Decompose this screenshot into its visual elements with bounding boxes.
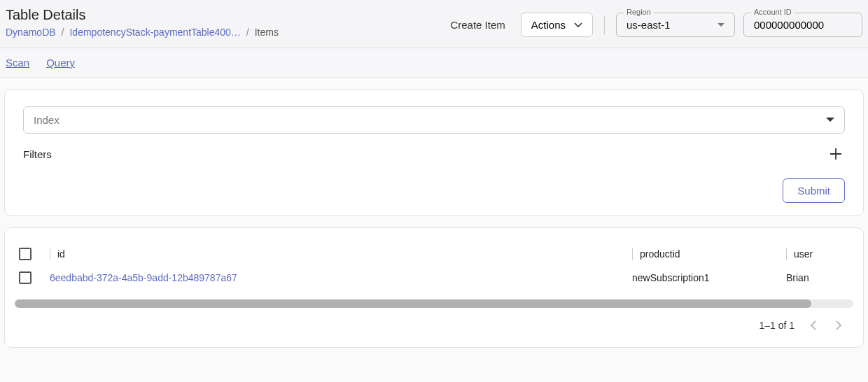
tab-query[interactable]: Query <box>46 57 75 69</box>
divider <box>604 15 605 35</box>
page-range: 1–1 of 1 <box>759 320 794 331</box>
breadcrumb-current: Items <box>255 27 279 38</box>
chevron-down-icon <box>718 23 724 27</box>
add-filter-button[interactable] <box>827 145 845 163</box>
breadcrumb-dynamodb[interactable]: DynamoDB <box>6 27 56 38</box>
page-title: Table Details <box>6 7 279 23</box>
region-value: us-east-1 <box>626 19 718 31</box>
account-id-input[interactable] <box>754 19 852 31</box>
tabs: Scan Query <box>0 48 868 78</box>
horizontal-scrollbar[interactable] <box>15 299 853 308</box>
breadcrumb-sep: / <box>62 27 64 38</box>
index-placeholder: Index <box>34 114 59 126</box>
col-id: id <box>57 248 65 260</box>
chevron-right-icon <box>835 320 842 330</box>
col-productid: productid <box>640 248 680 260</box>
results-panel: id productid user 6eedbabd-372a-4a5b-9ad… <box>4 227 864 348</box>
breadcrumb-sep: / <box>246 27 249 38</box>
chevron-down-icon <box>826 118 834 122</box>
chevron-down-icon <box>574 22 582 28</box>
pagination: 1–1 of 1 <box>12 313 856 337</box>
region-label: Region <box>624 8 654 16</box>
account-id-field[interactable]: Account ID <box>743 13 862 37</box>
create-item-button[interactable]: Create Item <box>443 13 512 36</box>
breadcrumb-table[interactable]: IdempotencyStack-paymentTable400… <box>69 27 240 38</box>
row-productid: newSubscription1 <box>632 272 710 283</box>
row-user: Brian <box>786 272 809 283</box>
breadcrumb: DynamoDB / IdempotencyStack-paymentTable… <box>6 27 279 38</box>
tab-scan[interactable]: Scan <box>6 57 29 69</box>
actions-button[interactable]: Actions <box>521 13 593 37</box>
prev-page-button[interactable] <box>807 318 820 333</box>
region-select[interactable]: Region us-east-1 <box>616 13 735 37</box>
plus-icon <box>830 148 842 160</box>
select-all-checkbox[interactable] <box>19 248 31 260</box>
scan-panel: Index Filters Submit <box>4 89 864 216</box>
chevron-left-icon <box>810 320 817 330</box>
actions-label: Actions <box>531 19 566 31</box>
filters-label: Filters <box>23 148 52 160</box>
submit-button[interactable]: Submit <box>783 178 845 203</box>
row-id-link[interactable]: 6eedbabd-372a-4a5b-9add-12b489787a67 <box>50 272 237 283</box>
table-header: id productid user <box>12 242 856 266</box>
col-user: user <box>794 248 813 260</box>
index-select[interactable]: Index <box>23 106 845 134</box>
next-page-button[interactable] <box>832 318 845 333</box>
account-id-label: Account ID <box>751 8 794 16</box>
table-row: 6eedbabd-372a-4a5b-9add-12b489787a67 new… <box>12 266 856 290</box>
row-checkbox[interactable] <box>19 271 31 284</box>
